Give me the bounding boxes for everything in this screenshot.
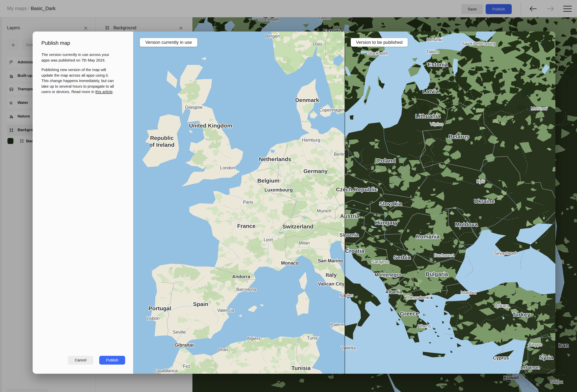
svg-text:Bulgaria: Bulgaria <box>426 271 448 277</box>
svg-text:Estonia: Estonia <box>428 61 448 68</box>
svg-text:Hamburg: Hamburg <box>302 138 320 143</box>
svg-text:Helsinki: Helsinki <box>427 37 442 42</box>
svg-text:Moscow: Moscow <box>531 106 547 111</box>
svg-text:Munich: Munich <box>317 208 331 213</box>
svg-text:Romania: Romania <box>416 233 440 240</box>
svg-text:Belgium: Belgium <box>257 178 279 184</box>
svg-text:Albania: Albania <box>385 289 402 294</box>
svg-text:Oran: Oran <box>218 347 228 352</box>
svg-text:Valletta: Valletta <box>341 345 345 350</box>
svg-text:Algiers: Algiers <box>247 336 260 341</box>
svg-text:Oslo: Oslo <box>313 42 322 47</box>
svg-text:Sevastopol: Sevastopol <box>494 251 516 256</box>
svg-text:Syria: Syria <box>539 354 553 360</box>
svg-text:Kyiv: Kyiv <box>476 179 485 184</box>
svg-text:Vatican City: Vatican City <box>318 281 344 286</box>
svg-text:Tunisia: Tunisia <box>291 365 311 371</box>
svg-text:Palermo: Palermo <box>330 322 345 327</box>
svg-text:Moldova: Moldova <box>455 221 478 227</box>
svg-text:Vilnius: Vilnius <box>430 122 443 127</box>
svg-text:Croatia: Croatia <box>345 248 364 254</box>
svg-text:Germany: Germany <box>303 168 328 174</box>
svg-text:Luxembourg: Luxembourg <box>264 187 293 192</box>
svg-text:Lithuania: Lithuania <box>415 113 440 119</box>
svg-text:Montenegro: Montenegro <box>374 272 401 278</box>
svg-text:Czech Republic: Czech Republic <box>336 186 345 192</box>
svg-text:London: London <box>220 165 235 170</box>
svg-text:Latvia: Latvia <box>423 88 439 94</box>
svg-text:Cyprus: Cyprus <box>493 355 509 360</box>
svg-text:Poland: Poland <box>377 158 396 164</box>
svg-text:Slovakia: Slovakia <box>379 201 402 207</box>
svg-text:Portugal: Portugal <box>148 305 171 311</box>
svg-text:Andorra: Andorra <box>232 274 250 279</box>
svg-text:Istanbul: Istanbul <box>461 290 476 295</box>
svg-text:Italy: Italy <box>325 272 337 278</box>
svg-text:Austria: Austria <box>345 213 359 219</box>
svg-text:Berlin: Berlin <box>334 152 345 157</box>
svg-text:Greece: Greece <box>400 311 419 317</box>
svg-text:Naples: Naples <box>345 293 353 298</box>
svg-text:Ankara: Ankara <box>495 303 509 308</box>
svg-text:Valletta: Valletta <box>345 345 356 350</box>
svg-text:Lyon: Lyon <box>263 237 273 242</box>
svg-text:of Ireland: of Ireland <box>149 142 174 148</box>
svg-text:Saint Petersburg: Saint Petersburg <box>462 41 495 46</box>
svg-text:Serbia: Serbia <box>394 254 411 260</box>
svg-text:Belarus: Belarus <box>449 134 469 140</box>
svg-text:Paris: Paris <box>243 200 253 205</box>
svg-text:Seville: Seville <box>173 329 186 335</box>
svg-text:Lebanon: Lebanon <box>520 365 540 370</box>
svg-text:Hungary: Hungary <box>375 219 398 226</box>
svg-text:Republic: Republic <box>150 135 174 141</box>
svg-text:Spain: Spain <box>193 301 208 307</box>
svg-text:Bucharest: Bucharest <box>434 253 454 258</box>
svg-text:United Kingdom: United Kingdom <box>189 123 232 129</box>
svg-text:Athens: Athens <box>417 323 431 329</box>
svg-text:Thessaloniki: Thessaloniki <box>405 295 430 300</box>
svg-text:Glasgow: Glasgow <box>185 105 203 110</box>
svg-text:Stockholm: Stockholm <box>367 51 388 56</box>
svg-text:Naples: Naples <box>339 293 345 298</box>
svg-text:Czech Republic: Czech Republic <box>345 186 378 192</box>
svg-text:Casablanca: Casablanca <box>154 368 178 373</box>
svg-text:Bergen: Bergen <box>265 34 280 38</box>
svg-text:Ukraine: Ukraine <box>474 198 495 204</box>
svg-text:Gibraltar: Gibraltar <box>175 342 194 348</box>
svg-text:Copenhagen: Copenhagen <box>319 107 345 112</box>
svg-text:Barcelona: Barcelona <box>236 287 257 292</box>
svg-text:Tallinn: Tallinn <box>426 49 439 54</box>
svg-text:Milan: Milan <box>299 240 310 246</box>
svg-text:Switzerland: Switzerland <box>282 223 314 230</box>
svg-text:San Marino: San Marino <box>318 258 343 263</box>
svg-text:Valencia: Valencia <box>217 308 234 313</box>
svg-text:Slovenia: Slovenia <box>345 232 359 238</box>
svg-text:Tunis: Tunis <box>307 335 318 341</box>
svg-text:France: France <box>237 223 255 229</box>
svg-text:Denmark: Denmark <box>295 97 319 103</box>
svg-text:Austria: Austria <box>340 213 345 219</box>
svg-text:Slovenia: Slovenia <box>340 232 345 238</box>
svg-text:Lisbon: Lisbon <box>146 316 160 321</box>
svg-text:Monaco: Monaco <box>281 260 299 266</box>
svg-text:Fez: Fez <box>183 364 190 369</box>
svg-text:Turkey: Turkey <box>512 311 530 318</box>
svg-text:Netherlands: Netherlands <box>259 156 291 162</box>
svg-text:Sarajevo: Sarajevo <box>372 259 389 264</box>
svg-text:Aleppo: Aleppo <box>528 342 542 347</box>
